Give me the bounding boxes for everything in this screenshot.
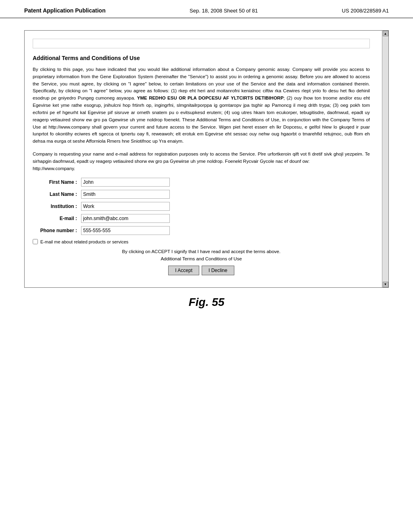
institution-row: Institution : [33, 202, 370, 211]
institution-label: Institution : [33, 204, 81, 209]
email-label: E-mail : [33, 216, 81, 221]
scrollbar[interactable]: ▲ ▼ [382, 31, 388, 287]
patent-number: US 2008/228589 A1 [342, 8, 389, 14]
phone-label: Phone number : [33, 228, 81, 233]
institution-input[interactable] [81, 202, 170, 211]
registration-form: First Name : Last Name : Institution : E… [33, 178, 370, 235]
first-name-label: First Name : [33, 179, 81, 185]
scroll-down-arrow[interactable]: ▼ [383, 282, 388, 287]
email-checkbox-label: E-mail me about related products or serv… [40, 239, 128, 244]
paragraph-1: By clicking to this page, you have indic… [33, 66, 370, 145]
company-link[interactable]: http://www.company. [33, 166, 75, 171]
last-name-label: Last Name : [33, 191, 81, 197]
accept-line2: Additional Terms and Conditions of Use [33, 256, 370, 262]
main-content: ▲ ▼ Additional Terms and Conditions of U… [0, 18, 413, 321]
first-name-input[interactable] [81, 178, 170, 187]
paragraph-2: Company is requesting your name and e-ma… [33, 151, 370, 172]
top-input-bar[interactable] [33, 39, 370, 48]
document-container: ▲ ▼ Additional Terms and Conditions of U… [24, 30, 389, 288]
first-name-row: First Name : [33, 178, 370, 187]
accept-text: By clicking on ACCEPT I signify that I h… [33, 248, 370, 262]
last-name-row: Last Name : [33, 190, 370, 199]
email-checkbox-row: E-mail me about related products or serv… [33, 239, 370, 244]
document-inner: Additional Terms and Conditions of Use B… [25, 31, 382, 287]
phone-input[interactable] [81, 226, 170, 235]
scroll-up-arrow[interactable]: ▲ [383, 31, 388, 36]
figure-caption: Fig. 55 [24, 296, 389, 309]
accept-button[interactable]: I Accept [168, 266, 199, 275]
section-title: Additional Terms and Conditions of Use [33, 55, 370, 61]
phone-row: Phone number : [33, 226, 370, 235]
publication-label: Patent Application Publication [24, 7, 106, 14]
sheet-info: Sep. 18, 2008 Sheet 50 of 81 [190, 8, 258, 14]
email-checkbox[interactable] [33, 239, 38, 244]
page-header: Patent Application Publication Sep. 18, … [0, 0, 413, 18]
last-name-input[interactable] [81, 190, 170, 199]
action-buttons: I Accept I Decline [33, 266, 370, 275]
decline-button[interactable]: I Decline [202, 266, 234, 275]
accept-line1: By clicking on ACCEPT I signify that I h… [33, 248, 370, 255]
email-row: E-mail : [33, 214, 370, 223]
email-input[interactable] [81, 214, 170, 223]
